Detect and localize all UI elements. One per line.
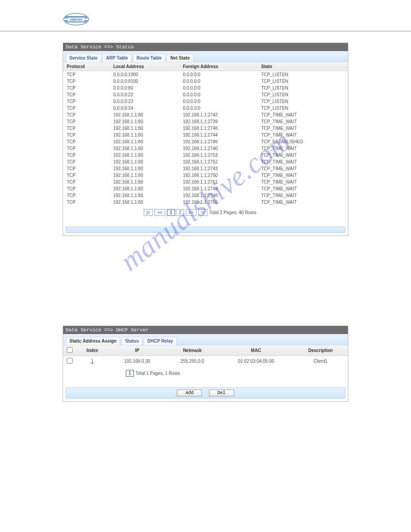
cell: TCP — [63, 179, 110, 185]
pager-page-2[interactable]: 2 — [176, 209, 184, 216]
index-link[interactable]: 1 — [91, 359, 94, 364]
cell: 192.168.1.1:80 — [110, 199, 179, 206]
dhcp-panel-title: Data Service ==> DHCP Server — [63, 326, 348, 334]
tab-net-state[interactable]: Net State — [167, 54, 193, 62]
pager-first-button[interactable]: |< — [144, 209, 153, 216]
cell: 0.0.0.0:0 — [179, 98, 257, 105]
pager-last-button[interactable]: >| — [198, 209, 207, 216]
cell: 192.168.1.1:2749 — [179, 185, 257, 192]
status-panel-title: Data Service ==> Status — [63, 43, 348, 51]
cell: 192.168.1.1:2750 — [179, 172, 257, 179]
dhcp-button-row: Add Del — [66, 387, 345, 399]
tab-arp-table[interactable]: ARP Table — [103, 54, 132, 62]
cell: TCP — [63, 71, 110, 78]
table-row: TCP0.0.0.0:19000.0.0.0:0TCP_LISTEN — [63, 71, 348, 78]
tab-service-state[interactable]: Service State — [66, 54, 101, 62]
status-tabs: Service StateARP TableRoute TableNet Sta… — [63, 51, 348, 62]
col-foreign-address: Foreign Address — [179, 62, 257, 71]
cell: 0.0.0.0:0 — [179, 91, 257, 98]
cell: TCP_TIME_WAIT — [257, 159, 348, 165]
tab-status[interactable]: Status — [121, 337, 142, 345]
cell: 192.168.1.1:80 — [110, 118, 179, 125]
cell-netmask: 255.255.0.0 — [166, 356, 218, 367]
pager-prev-button[interactable]: << — [154, 209, 165, 216]
table-row: TCP192.168.1.1:80192.168.1.1:2742TCP_TIM… — [63, 112, 348, 118]
cell-desc: Client1 — [293, 356, 348, 367]
cell: 0.0.0.0:9100 — [110, 78, 179, 85]
cell: TCP_LISTEN — [257, 85, 348, 91]
tab-dhcp-relay[interactable]: DHCP Relay — [144, 337, 177, 345]
cell: 192.168.1.1:80 — [110, 132, 179, 138]
cell: 0.0.0.0:1900 — [110, 71, 179, 78]
tab-route-table[interactable]: Route Table — [133, 54, 165, 62]
cell: 192.168.1.1:80 — [110, 179, 179, 185]
cell: 192.168.1.1:80 — [110, 192, 179, 199]
cell: TCP_LISTEN — [257, 105, 348, 112]
cell: 192.168.1.1:2740 — [179, 145, 257, 152]
cell: TCP — [63, 138, 110, 145]
col-netmask: Netmask — [166, 345, 218, 356]
dhcp-panel: Data Service ==> DHCP Server Static Addr… — [63, 326, 348, 402]
cell: TCP_TIME_WAIT — [257, 165, 348, 172]
cell: TCP — [63, 145, 110, 152]
cell: 0.0.0.0:0 — [179, 105, 257, 112]
table-row: TCP0.0.0.0:230.0.0.0:0TCP_LISTEN — [63, 98, 348, 105]
cell: 0.0.0.0:23 — [110, 98, 179, 105]
cell: TCP_TIME_WAIT — [257, 132, 348, 138]
page-header: UNIDATA — [0, 0, 411, 31]
col-description: Description — [293, 345, 348, 356]
cell: 192.168.1.1:2786 — [179, 138, 257, 145]
cell: TCP — [63, 105, 110, 112]
cell: TCP_ESTABLISHED — [257, 138, 348, 145]
cell: TCP — [63, 118, 110, 125]
pager-page-1[interactable]: 1 — [167, 209, 175, 216]
dhcp-pager-summary: Total 1 Pages, 1 Rows — [136, 371, 180, 376]
del-button[interactable]: Del — [209, 390, 234, 396]
table-row: TCP192.168.1.1:80192.168.1.1:2748TCP_TIM… — [63, 192, 348, 199]
add-button[interactable]: Add — [177, 390, 202, 396]
row-checkbox[interactable] — [67, 358, 73, 364]
cell: TCP — [63, 78, 110, 85]
cell-checkbox — [63, 356, 76, 367]
select-all-checkbox[interactable] — [67, 347, 73, 353]
cell: TCP_LISTEN — [257, 91, 348, 98]
cell: TCP — [63, 85, 110, 91]
pager-next-button[interactable]: >> — [186, 209, 197, 216]
status-panel: Data Service ==> Status Service StateARP… — [63, 43, 348, 236]
cell: 192.168.1.1:80 — [110, 145, 179, 152]
dhcp-pager-page[interactable]: 1 — [126, 370, 134, 377]
table-row: TCP0.0.0.0:240.0.0.0:0TCP_LISTEN — [63, 105, 348, 112]
cell: 192.168.1.1:80 — [110, 185, 179, 192]
col-state: State — [257, 62, 348, 71]
cell: TCP_LISTEN — [257, 78, 348, 85]
netstate-table: ProtocolLocal AddressForeign AddressStat… — [63, 62, 348, 206]
cell: 192.168.1.1:2739 — [179, 118, 257, 125]
pager-summary: Total 2 Pages, 40 Rows — [209, 210, 256, 215]
table-row: TCP192.168.1.1:80192.168.1.1:2743TCP_TIM… — [63, 165, 348, 172]
table-row: TCP192.168.1.1:80192.168.1.1:2750TCP_TIM… — [63, 172, 348, 179]
table-row: TCP0.0.0.0:91000.0.0.0:0TCP_LISTEN — [63, 78, 348, 85]
cell: 192.168.1.1:80 — [110, 159, 179, 165]
tab-static-address-assign[interactable]: Static Address Assign — [66, 337, 120, 345]
cell: TCP_TIME_WAIT — [257, 185, 348, 192]
cell-index: 1 — [76, 356, 108, 367]
cell: TCP_LISTEN — [257, 71, 348, 78]
cell: TCP_TIME_WAIT — [257, 179, 348, 185]
table-row: TCP192.168.1.1:80192.168.1.1:2755TCP_TIM… — [63, 199, 348, 206]
table-row: TCP192.168.1.1:80192.168.1.1:2749TCP_TIM… — [63, 185, 348, 192]
cell: TCP_TIME_WAIT — [257, 199, 348, 206]
dhcp-tabs: Static Address AssignStatusDHCP Relay — [63, 334, 348, 345]
col-index: Index — [76, 345, 108, 356]
table-row: TCP192.168.1.1:80192.168.1.1:2751TCP_TIM… — [63, 179, 348, 185]
table-row: TCP192.168.1.1:80192.168.1.1:2739TCP_TIM… — [63, 118, 348, 125]
cell: TCP_TIME_WAIT — [257, 112, 348, 118]
cell: TCP — [63, 132, 110, 138]
cell: TCP — [63, 192, 110, 199]
table-row: TCP0.0.0.0:800.0.0.0:0TCP_LISTEN — [63, 85, 348, 91]
cell: 192.168.1.1:2743 — [179, 165, 257, 172]
cell: 192.168.1.1:80 — [110, 172, 179, 179]
cell: TCP — [63, 159, 110, 165]
cell: TCP — [63, 98, 110, 105]
cell: TCP_TIME_WAIT — [257, 118, 348, 125]
col-mac: MAC — [219, 345, 293, 356]
